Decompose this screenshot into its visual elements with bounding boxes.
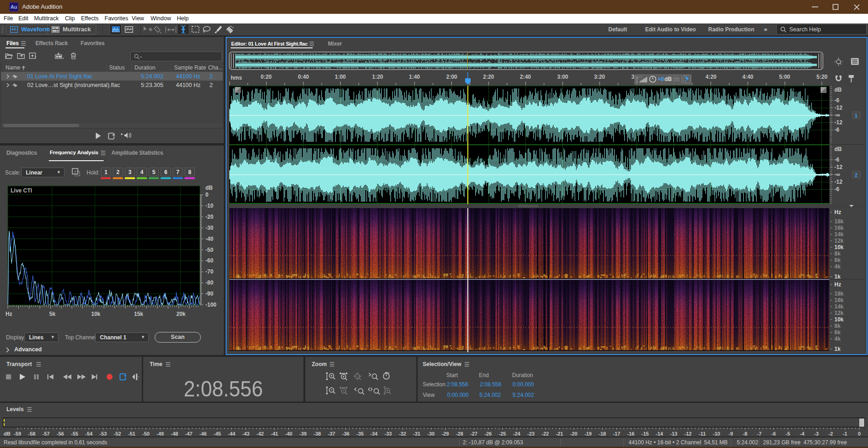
svg-text:-∞: -∞ xyxy=(834,112,840,118)
svg-text:-70: -70 xyxy=(205,268,214,275)
svg-text:-10: -10 xyxy=(205,203,214,209)
svg-text:10k: 10k xyxy=(834,244,844,250)
svg-text:dB: dB xyxy=(834,87,842,93)
svg-text:-12: -12 xyxy=(834,119,843,126)
svg-text:Hz: Hz xyxy=(6,311,12,317)
svg-text:-6: -6 xyxy=(834,186,839,192)
svg-text:14k: 14k xyxy=(834,231,844,238)
svg-text:+0: +0 xyxy=(658,76,664,82)
svg-text:20k: 20k xyxy=(176,311,186,317)
svg-text:-30: -30 xyxy=(205,225,214,231)
svg-text:dB: dB xyxy=(205,185,213,191)
svg-text:4k: 4k xyxy=(834,263,841,270)
svg-text:-100: -100 xyxy=(205,302,216,308)
svg-text:-12: -12 xyxy=(834,179,843,185)
svg-text:14k: 14k xyxy=(834,303,844,310)
svg-text:16k: 16k xyxy=(834,297,844,303)
svg-text:8k: 8k xyxy=(834,250,841,257)
svg-text:1: 1 xyxy=(855,113,857,118)
svg-text:1k: 1k xyxy=(834,346,841,352)
svg-text:-6: -6 xyxy=(834,157,839,163)
svg-text:18k: 18k xyxy=(834,291,844,297)
svg-text:18k: 18k xyxy=(834,218,844,225)
svg-text:15k: 15k xyxy=(134,311,143,317)
svg-text:-12: -12 xyxy=(834,105,843,111)
svg-text:6k: 6k xyxy=(834,329,841,336)
svg-text:-6: -6 xyxy=(834,127,839,133)
svg-text:dB: dB xyxy=(664,76,672,82)
svg-text:-80: -80 xyxy=(205,279,214,286)
svg-text:dB: dB xyxy=(834,146,842,152)
svg-text:16k: 16k xyxy=(834,225,844,231)
svg-text:4k: 4k xyxy=(834,336,841,342)
svg-text:8k: 8k xyxy=(834,323,841,329)
svg-text:Hz: Hz xyxy=(834,281,841,288)
svg-text:6k: 6k xyxy=(834,257,841,263)
svg-text:12k: 12k xyxy=(834,238,844,244)
svg-text:-40: -40 xyxy=(205,236,214,242)
svg-text:-6: -6 xyxy=(834,97,839,104)
svg-text:Hz: Hz xyxy=(834,209,841,215)
svg-text:10k: 10k xyxy=(91,311,100,317)
svg-text:Live CTI: Live CTI xyxy=(11,187,32,194)
svg-text:-60: -60 xyxy=(205,257,214,264)
svg-text:-∞: -∞ xyxy=(834,171,840,178)
svg-text:-20: -20 xyxy=(205,214,214,220)
svg-text:-12: -12 xyxy=(834,164,843,170)
svg-text:0: 0 xyxy=(205,192,209,198)
svg-text:5k: 5k xyxy=(49,311,56,317)
svg-text::00: :00 xyxy=(672,76,680,83)
svg-text:-50: -50 xyxy=(205,247,214,253)
svg-text:-90: -90 xyxy=(205,291,214,297)
svg-text:12k: 12k xyxy=(834,310,844,316)
svg-text:10k: 10k xyxy=(834,316,844,323)
svg-text:2: 2 xyxy=(855,172,857,178)
